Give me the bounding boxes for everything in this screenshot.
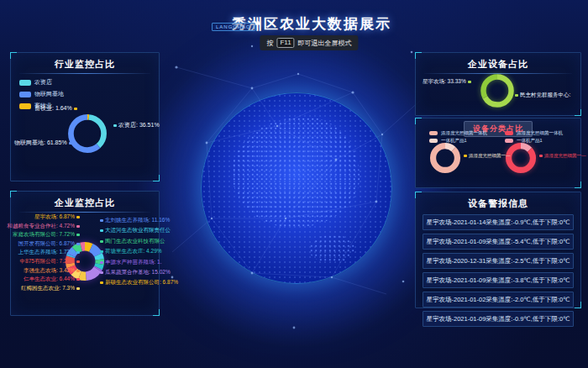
callout-dot <box>76 278 80 281</box>
callout-text: 大运河生态牧业有限责任公 <box>105 227 171 234</box>
chart-callout: 国开发有限公司: 6.87% <box>18 240 80 248</box>
chart-callout: 仁丰生态农业: 6.44% <box>24 276 80 283</box>
callout-text: 国开发有限公司: 6.87% <box>18 240 75 248</box>
globe <box>201 92 392 284</box>
legend-swatch <box>19 103 31 109</box>
callout-dot <box>76 260 80 263</box>
callout-dot <box>100 271 103 274</box>
legend-swatch <box>19 80 31 86</box>
chart-callout: 星宇农场: 6.87% <box>34 213 80 221</box>
header: LANGCHAO 秀洲区农业大数据展示 <box>0 14 588 34</box>
callout-dot <box>69 142 72 145</box>
tip-prefix: 按 <box>266 39 273 48</box>
alarm-row: 星宇农场-2021-01-09采集温度:-3.8℃,低于下限:0℃ <box>423 272 574 288</box>
legend-item[interactable]: 农资店 <box>19 78 64 87</box>
chart-callout: 物联网基地: 61.85% <box>14 139 72 147</box>
panel-title: 设备警报信息 <box>416 192 580 210</box>
callout-dot <box>76 270 80 272</box>
legend-label: 温湿度光照细菌一体机 <box>441 130 487 136</box>
callout-text: 中875有限公司: 7.29% <box>20 258 75 265</box>
legend-item[interactable]: 温湿度光照细菌一体机 <box>505 130 563 136</box>
chart-callout: 和越粮食专业合作社: 4.72% <box>7 223 80 230</box>
alarm-row: 星宇农场-2021-01-02采集温度:-2.0℃,低于下限:0℃ <box>423 292 574 308</box>
callout-text: 畜牧业: 1.64% <box>34 104 72 113</box>
chart-callout: 中875有限公司: 7.29% <box>20 258 80 265</box>
chart-callout: 星宇农场: 33.33% <box>423 78 471 86</box>
f11-key-badge: F11 <box>276 38 294 48</box>
legend-item[interactable]: 温湿度光照细菌一体机 <box>429 130 487 136</box>
callout-dot <box>76 216 80 218</box>
chart-callout: 瓜果蔬菜合作基地: 15.02% <box>100 269 174 276</box>
chart-callout: 荷塘里生态农庄: 4.29% <box>100 248 174 255</box>
tip-suffix: 即可退出全屏模式 <box>298 39 352 48</box>
legend-item[interactable]: 物联网基地 <box>19 90 64 98</box>
chart-callout: 大运河生态牧业有限责任公 <box>100 227 174 234</box>
callout-text: 物联网基地: 61.85% <box>14 139 67 147</box>
panel-title: 企业监控占比 <box>11 192 159 209</box>
callout-dot <box>76 287 80 290</box>
callout-text: 星宇农场: 33.33% <box>423 78 466 86</box>
callout-dot <box>515 94 518 97</box>
chart-callout: 温湿度光照细菌一— <box>464 153 511 159</box>
callout-text: 北刘姚生态养殖场: 11.16% <box>105 217 170 224</box>
callout-dot <box>539 155 543 157</box>
callout-dot <box>76 243 80 245</box>
chart-callout: 农资店: 36.51% <box>113 121 160 129</box>
panel-alarm-info: 设备警报信息 星宇农场-2021-01-14采集温度:-0.9℃,低于下限:0℃… <box>415 192 581 308</box>
device-donut-chart[interactable] <box>478 71 517 110</box>
panel-enterprise-monitor: 企业监控占比 星宇农场: 6.87% 和越粮食专业合作社: 4.72% 家庭农场… <box>10 191 160 316</box>
globe-continent-dots <box>232 117 360 228</box>
alarm-row: 星宇农场-2020-12-31采集温度:-2.5℃,低于下限:0℃ <box>423 253 574 269</box>
alarm-row: 星宇农场-2021-01-09采集温度:-0.9℃,低于下限:0℃ <box>423 311 574 327</box>
callout-text: 农资店: 36.51% <box>118 121 160 129</box>
title-divider <box>19 73 150 74</box>
callout-dot <box>100 219 103 222</box>
chart-callout: 李强生态农场: 3.42% <box>24 267 80 275</box>
chart-callout: 陶门生态农业科技有限公 <box>100 238 174 245</box>
chart-callout: 畜牧业: 1.64% <box>34 104 77 113</box>
chart-callout: 上华生态养殖场: 1.72% <box>18 249 80 256</box>
callout-dot <box>76 234 80 236</box>
callout-dot <box>464 155 467 157</box>
callout-text: 星宇农场: 6.87% <box>34 213 75 221</box>
alarm-row: 星宇农场-2021-01-14采集温度:-0.9℃,低于下限:0℃ <box>423 214 574 230</box>
industry-donut-chart[interactable] <box>64 110 111 157</box>
callout-text: 荷塘里生态农庄: 4.29% <box>105 248 162 255</box>
chart-callout: 民主村党群服务中心: <box>515 92 570 99</box>
legend-label: 物联网基地 <box>34 90 64 98</box>
callout-text: 陶门生态农业科技有限公 <box>105 238 165 245</box>
callout-dot <box>100 250 103 253</box>
callout-text: 温湿度光照细菌一— <box>469 153 511 159</box>
chart-callout: 丰源水产种苗养殖场: 1. <box>100 259 174 266</box>
title-divider <box>19 212 150 213</box>
chart-callout: 新硕生态农业有限公司: 6.87% <box>100 279 174 287</box>
panel-industry-monitor: 行业监控占比 农资店 物联网基地 畜牧业 畜牧业: 1.64% 农资店: 36.… <box>10 52 160 181</box>
callout-dot <box>100 229 103 232</box>
fullscreen-tip: 按 F11 即可退出全屏模式 <box>260 35 358 50</box>
callout-text: 红梅园生态农业: 7.3% <box>21 285 75 292</box>
callout-text: 仁丰生态农业: 6.44% <box>24 276 75 283</box>
panel-title: 行业监控占比 <box>11 53 159 71</box>
panel-title: 企业设备占比 <box>416 53 580 71</box>
callout-text: 民主村党群服务中心: <box>520 92 570 99</box>
alarm-list: 星宇农场-2021-01-14采集温度:-0.9℃,低于下限:0℃星宇农场-20… <box>423 214 574 327</box>
callout-text: 李强生态农场: 3.42% <box>24 267 75 275</box>
legend-label: 农资店 <box>34 78 52 87</box>
brand-logo: LANGCHAO <box>212 23 255 31</box>
category-donut-left[interactable] <box>429 142 461 174</box>
callout-dot <box>113 124 117 127</box>
enterprise-callouts-right: 北刘姚生态养殖场: 11.16% 大运河生态牧业有限责任公 陶门生态农业科技有限… <box>100 217 174 287</box>
chart-callout: 温湿度光照细菌一— <box>539 153 586 159</box>
callout-text: 和越粮食专业合作社: 4.72% <box>7 223 75 230</box>
globe-continent-dots-small <box>309 234 354 263</box>
callout-text: 丰源水产种苗养殖场: 1. <box>105 259 162 266</box>
enterprise-callouts-left: 星宇农场: 6.87% 和越粮食专业合作社: 4.72% 家庭农场有限公司: 7… <box>14 213 80 292</box>
chart-callout: 红梅园生态农业: 7.3% <box>21 285 80 292</box>
callout-dot <box>76 225 80 228</box>
callout-dot <box>468 81 471 83</box>
legend-label: 温湿度光照细菌一体机 <box>517 130 563 136</box>
callout-text: 家庭农场有限公司: 7.72% <box>13 231 75 239</box>
chart-callout: 北刘姚生态养殖场: 11.16% <box>100 217 174 224</box>
legend-swatch <box>19 92 31 97</box>
callout-text: 瓜果蔬菜合作基地: 15.02% <box>105 269 171 276</box>
